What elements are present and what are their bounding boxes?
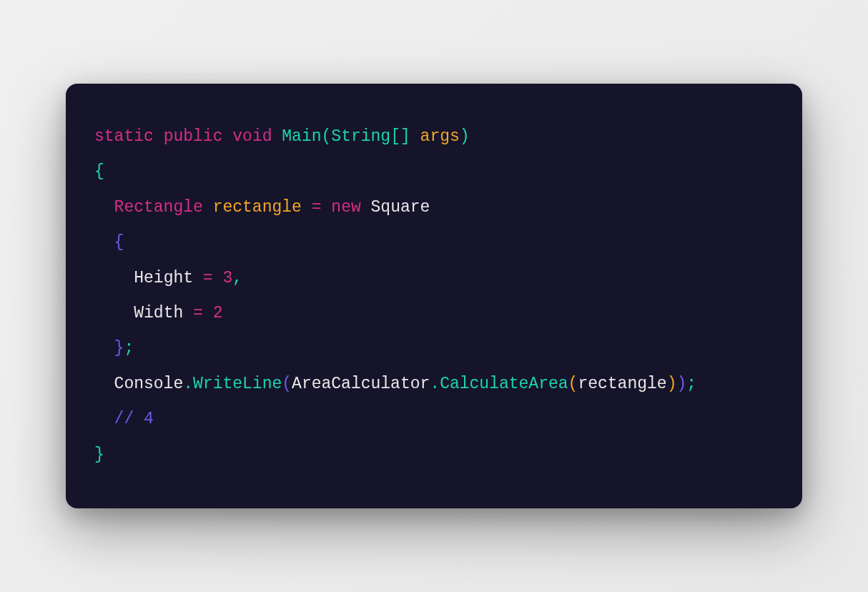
brace-close-inner: } <box>114 339 124 357</box>
brace-open: { <box>94 162 104 181</box>
prop-width: Width <box>134 304 183 322</box>
assign-op: = <box>203 269 213 287</box>
indent <box>94 339 114 357</box>
number-3: 3 <box>222 269 232 287</box>
paren-close: ) <box>460 127 470 146</box>
indent <box>94 198 114 217</box>
var-rectangle: rectangle <box>213 198 302 217</box>
keyword-void: void <box>232 127 272 146</box>
type-string: String <box>331 127 390 146</box>
assign-op: = <box>193 304 203 322</box>
keyword-new: new <box>331 198 360 217</box>
keyword-public: public <box>164 127 223 146</box>
method-writeline: WriteLine <box>193 375 282 393</box>
dot: . <box>430 375 440 393</box>
indent <box>94 269 134 287</box>
code-content: static public void Main(String[] args) {… <box>94 119 774 473</box>
method-calculatearea: CalculateArea <box>440 375 568 393</box>
brace-open-inner: { <box>114 233 124 252</box>
indent <box>94 233 114 252</box>
paren-open: ( <box>282 375 292 393</box>
paren-open: ( <box>322 127 332 146</box>
semicolon: ; <box>124 339 134 357</box>
paren-close: ) <box>676 375 686 393</box>
indent <box>94 304 134 322</box>
keyword-static: static <box>94 127 154 146</box>
comma: , <box>232 269 242 287</box>
brackets: [] <box>390 127 410 146</box>
method-main: Main <box>282 127 321 146</box>
number-2: 2 <box>213 304 223 322</box>
paren-open-inner: ( <box>568 375 578 393</box>
comment: // 4 <box>114 410 154 428</box>
paren-close-inner: ) <box>667 375 677 393</box>
indent <box>94 375 114 393</box>
code-block: static public void Main(String[] args) {… <box>66 84 802 508</box>
arg-rectangle: rectangle <box>578 375 666 393</box>
class-areacalculator: AreaCalculator <box>292 375 430 393</box>
prop-height: Height <box>134 269 193 287</box>
brace-close: } <box>94 445 104 464</box>
type-rectangle: Rectangle <box>114 198 203 217</box>
semicolon: ; <box>686 375 696 393</box>
type-square: Square <box>371 198 430 217</box>
dot: . <box>183 375 193 393</box>
assign-op: = <box>312 198 322 217</box>
param-args: args <box>420 127 460 146</box>
class-console: Console <box>114 375 184 393</box>
indent <box>94 410 114 428</box>
